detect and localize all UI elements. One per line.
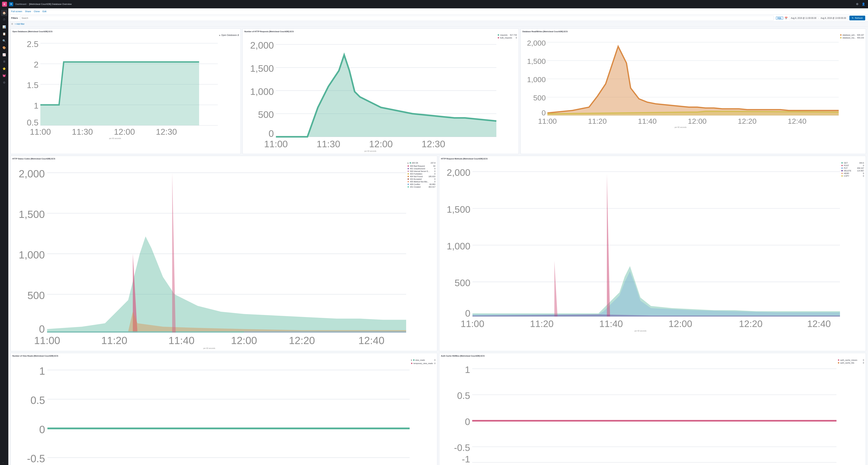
http-status-chart: 2,000 1,500 1,000 500 0: [12, 161, 406, 346]
open-databases-chart: 2.5 2 1.5 1 0.5 11:00: [12, 34, 218, 136]
kql-badge[interactable]: KQL: [776, 17, 783, 20]
refresh-label: Refresh: [855, 17, 863, 19]
svg-text:12:40: 12:40: [807, 318, 831, 329]
date-start: Aug 8, 2019 @ 11:00:00.00: [791, 17, 816, 19]
svg-text:12:40: 12:40: [788, 117, 807, 125]
sidebar-infra[interactable]: 🖥: [1, 59, 7, 65]
svg-text:12:40: 12:40: [804, 464, 828, 465]
http-methods-per-seconds: per 60 seconds: [441, 330, 840, 332]
panel-http-status: HTTP Status Codes [Metricbeat CouchDB] E…: [10, 156, 437, 351]
sidebar-canvas[interactable]: 🎨: [1, 44, 7, 51]
sidebar-apm[interactable]: ⭐: [1, 65, 7, 72]
svg-text:-0.5: -0.5: [454, 442, 470, 453]
sidebar-home[interactable]: 🏠: [1, 10, 7, 16]
sidebar-clock[interactable]: ⏱: [1, 17, 7, 23]
svg-text:11:20: 11:20: [588, 117, 607, 125]
svg-text:0: 0: [39, 323, 45, 335]
svg-text:1,000: 1,000: [447, 241, 470, 251]
sidebar-uptime[interactable]: 💓: [1, 72, 7, 79]
sidebar-ml[interactable]: 📈: [1, 52, 7, 58]
add-filter-button[interactable]: + Add filter: [14, 23, 25, 25]
date-range-picker[interactable]: Aug 8, 2019 @ 11:00:00.00 → Aug 8, 2019 …: [789, 16, 848, 20]
breadcrumb-dashboard[interactable]: Dashboard: [15, 3, 27, 5]
svg-text:0: 0: [541, 108, 546, 117]
filter-bar-right: KQL 📅 Aug 8, 2019 @ 11:00:00.00 → Aug 8,…: [776, 16, 865, 20]
panel-auth-cache: Auth Cache Hit/Miss [Metricbeat CouchDB]…: [439, 353, 866, 465]
svg-text:11:30: 11:30: [316, 139, 340, 149]
svg-text:12:20: 12:20: [736, 464, 760, 465]
svg-text:0: 0: [465, 416, 470, 427]
open-db-legend-chevron[interactable]: ▶: [219, 34, 221, 36]
svg-text:0.5: 0.5: [457, 390, 470, 401]
svg-text:12:00: 12:00: [669, 318, 692, 329]
svg-text:12:40: 12:40: [359, 335, 384, 346]
svg-text:-0.5: -0.5: [27, 453, 45, 464]
sidebar-dashboard[interactable]: 📋: [1, 31, 7, 37]
dashboard-row-1: Open Databases [Metricbeat CouchDB] ECS: [10, 29, 866, 154]
nav-clone[interactable]: Clone: [34, 10, 40, 13]
expand-sidebar-icon[interactable]: →: [2, 462, 4, 464]
main-content: Full screen Share Clone Edit Filters KQL…: [8, 8, 868, 465]
refresh-icon: ↻: [852, 17, 854, 19]
sidebar-discover[interactable]: 🔍: [1, 38, 7, 44]
status-legend-chevron[interactable]: ▶: [407, 162, 409, 164]
sidebar-visualize[interactable]: 📊: [1, 24, 7, 30]
panel-open-databases-title: Open Databases [Metricbeat CouchDB] ECS: [12, 30, 239, 33]
http-methods-chart: 2,000 1,500 1,000 500 0: [441, 161, 840, 329]
settings-icon-btn[interactable]: ⚙: [855, 2, 860, 7]
svg-text:11:00: 11:00: [34, 335, 60, 346]
nav-share[interactable]: Share: [25, 10, 31, 13]
svg-text:11:00: 11:00: [461, 318, 484, 329]
http-status-per-seconds: per 60 seconds: [12, 347, 406, 349]
open-db-legend-label: Open Databases: [221, 34, 237, 36]
svg-text:11:40: 11:40: [638, 117, 657, 125]
svg-text:11:20: 11:20: [529, 464, 553, 465]
svg-text:1.5: 1.5: [27, 81, 38, 90]
svg-text:-1: -1: [462, 454, 470, 464]
view-reads-chart: 1 0.5 0 -0.5 -1 11:00 11:20 11:40 12:0: [12, 358, 410, 465]
svg-text:12:00: 12:00: [688, 117, 707, 125]
refresh-button[interactable]: ↻ Refresh: [849, 16, 865, 20]
http-methods-title: HTTP Request Methods [Metricbeat CouchDB…: [441, 158, 864, 160]
svg-text:1,000: 1,000: [250, 86, 274, 97]
sidebar: 🏠 ⏱ 📊 📋 🔍 🎨 📈 🖥 ⭐ 💓 ⚙: [0, 8, 8, 465]
date-end: Aug 8, 2019 @ 13:00:00.00: [820, 17, 846, 19]
svg-text:1,000: 1,000: [19, 249, 45, 261]
view-reads-legend-chevron[interactable]: ▶: [411, 359, 412, 361]
dashboard-grid: Open Databases [Metricbeat CouchDB] ECS: [8, 27, 868, 465]
nav-fullscreen[interactable]: Full screen: [11, 10, 22, 13]
http-requests-title: Number of HTTP Requests [Metricbeat Couc…: [244, 30, 517, 33]
settings-bar: ⚙ + Add filter: [8, 22, 868, 27]
svg-text:12:00: 12:00: [231, 335, 257, 346]
svg-text:1,500: 1,500: [447, 204, 470, 215]
filter-bar: Filters KQL 📅 Aug 8, 2019 @ 11:00:00.00 …: [8, 14, 868, 22]
http-req-per-seconds: per 60 seconds: [244, 150, 496, 152]
svg-text:2.5: 2.5: [27, 39, 38, 49]
dashboard-row-3: Number of View Reads [Metricbeat CouchDB…: [10, 353, 866, 465]
sidebar-management[interactable]: ⚙: [1, 80, 7, 86]
svg-text:0.5: 0.5: [30, 394, 45, 406]
svg-text:11:40: 11:40: [168, 335, 194, 346]
svg-text:0.5: 0.5: [27, 118, 38, 127]
db-readwrites-chart: 2,000 1,500 1,000 500 0: [522, 34, 839, 125]
svg-text:12:30: 12:30: [422, 139, 445, 149]
panel-view-reads: Number of View Reads [Metricbeat CouchDB…: [10, 353, 437, 465]
svg-text:11:00: 11:00: [30, 127, 51, 136]
svg-text:12:00: 12:00: [666, 464, 690, 465]
auth-cache-title: Auth Cache Hit/Miss [Metricbeat CouchDB]…: [441, 355, 864, 357]
search-input[interactable]: [20, 16, 774, 21]
svg-text:2,000: 2,000: [250, 40, 274, 51]
db-readwrites-title: Database Read/Writes [Metricbeat CouchDB…: [522, 30, 864, 33]
nav-edit[interactable]: Edit: [42, 10, 46, 13]
svg-text:11:20: 11:20: [530, 318, 554, 329]
svg-text:0: 0: [269, 128, 274, 139]
svg-text:12:00: 12:00: [114, 127, 135, 136]
svg-text:1: 1: [465, 364, 470, 375]
panel-open-databases: Open Databases [Metricbeat CouchDB] ECS: [10, 29, 241, 154]
user-icon-btn[interactable]: 👤: [861, 2, 866, 7]
view-reads-title: Number of View Reads [Metricbeat CouchDB…: [12, 355, 435, 357]
page-title: [Metricbeat CouchDB] Database Overview: [29, 3, 71, 5]
svg-text:11:30: 11:30: [72, 127, 93, 136]
top-bar-actions: ⚙ 👤: [855, 2, 866, 7]
http-requests-chart: 2,000 1,500 1,000 500 0 11:00 11:30 1: [244, 34, 496, 149]
